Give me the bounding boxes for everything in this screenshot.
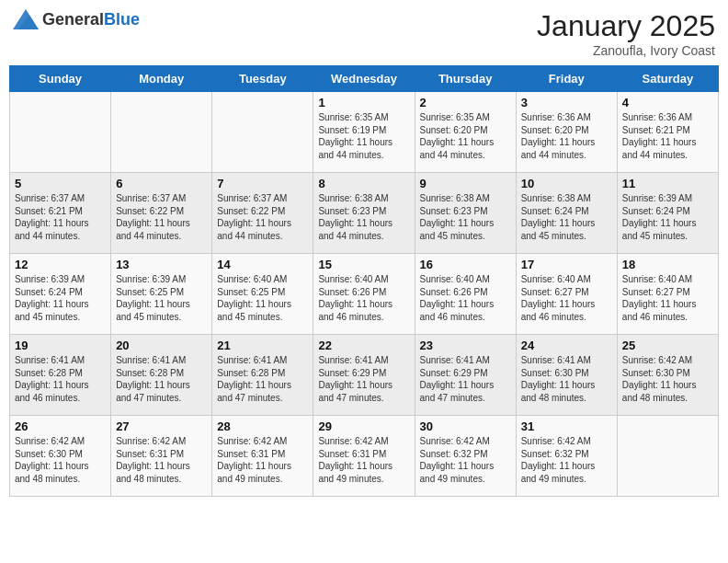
calendar-cell [212, 92, 313, 173]
day-number: 14 [217, 258, 308, 271]
day-number: 2 [420, 96, 511, 109]
calendar-cell: 22Sunrise: 6:41 AM Sunset: 6:29 PM Dayli… [313, 335, 415, 416]
title-area: January 2025 Zanoufla, Ivory Coast [537, 9, 715, 58]
calendar-cell: 5Sunrise: 6:37 AM Sunset: 6:21 PM Daylig… [10, 173, 111, 254]
day-info: Sunrise: 6:42 AM Sunset: 6:31 PM Dayligh… [318, 435, 409, 485]
day-number: 13 [116, 258, 207, 271]
day-info: Sunrise: 6:36 AM Sunset: 6:20 PM Dayligh… [521, 111, 612, 161]
day-number: 5 [15, 177, 106, 190]
calendar-cell: 15Sunrise: 6:40 AM Sunset: 6:26 PM Dayli… [313, 254, 415, 335]
calendar-cell: 10Sunrise: 6:38 AM Sunset: 6:24 PM Dayli… [516, 173, 617, 254]
day-info: Sunrise: 6:36 AM Sunset: 6:21 PM Dayligh… [622, 111, 713, 161]
day-number: 19 [15, 339, 106, 352]
calendar-cell: 26Sunrise: 6:42 AM Sunset: 6:30 PM Dayli… [10, 416, 111, 497]
day-info: Sunrise: 6:37 AM Sunset: 6:22 PM Dayligh… [217, 192, 308, 242]
day-number: 10 [521, 177, 612, 190]
calendar-cell: 31Sunrise: 6:42 AM Sunset: 6:32 PM Dayli… [516, 416, 617, 497]
day-info: Sunrise: 6:38 AM Sunset: 6:23 PM Dayligh… [318, 192, 409, 242]
calendar-cell: 3Sunrise: 6:36 AM Sunset: 6:20 PM Daylig… [516, 92, 617, 173]
day-number: 28 [217, 419, 308, 433]
page-header: GeneralBlue January 2025 Zanoufla, Ivory… [9, 9, 719, 58]
calendar-cell: 30Sunrise: 6:42 AM Sunset: 6:32 PM Dayli… [415, 416, 516, 497]
day-number: 7 [217, 177, 308, 190]
logo-blue: Blue [104, 10, 140, 29]
day-info: Sunrise: 6:42 AM Sunset: 6:31 PM Dayligh… [116, 435, 207, 485]
day-number: 6 [116, 177, 207, 190]
day-info: Sunrise: 6:35 AM Sunset: 6:20 PM Dayligh… [420, 111, 511, 161]
day-info: Sunrise: 6:39 AM Sunset: 6:24 PM Dayligh… [15, 273, 106, 323]
day-header-thursday: Thursday [415, 66, 516, 92]
day-number: 30 [420, 419, 511, 433]
day-info: Sunrise: 6:42 AM Sunset: 6:31 PM Dayligh… [217, 435, 308, 485]
calendar-cell: 8Sunrise: 6:38 AM Sunset: 6:23 PM Daylig… [313, 173, 415, 254]
day-info: Sunrise: 6:42 AM Sunset: 6:32 PM Dayligh… [521, 435, 612, 485]
calendar-cell [111, 92, 212, 173]
day-info: Sunrise: 6:37 AM Sunset: 6:22 PM Dayligh… [116, 192, 207, 242]
day-number: 22 [318, 339, 409, 352]
logo-text: GeneralBlue [42, 10, 140, 29]
day-info: Sunrise: 6:42 AM Sunset: 6:30 PM Dayligh… [622, 354, 713, 404]
day-info: Sunrise: 6:40 AM Sunset: 6:26 PM Dayligh… [420, 273, 511, 323]
day-info: Sunrise: 6:41 AM Sunset: 6:30 PM Dayligh… [521, 354, 612, 404]
day-info: Sunrise: 6:40 AM Sunset: 6:27 PM Dayligh… [622, 273, 713, 323]
month-title: January 2025 [537, 9, 715, 43]
day-number: 9 [420, 177, 511, 190]
calendar-cell: 13Sunrise: 6:39 AM Sunset: 6:25 PM Dayli… [111, 254, 212, 335]
calendar-week-row: 12Sunrise: 6:39 AM Sunset: 6:24 PM Dayli… [10, 254, 719, 335]
day-number: 8 [318, 177, 409, 190]
calendar-cell [10, 92, 111, 173]
calendar-cell: 7Sunrise: 6:37 AM Sunset: 6:22 PM Daylig… [212, 173, 313, 254]
calendar-cell: 21Sunrise: 6:41 AM Sunset: 6:28 PM Dayli… [212, 335, 313, 416]
day-info: Sunrise: 6:40 AM Sunset: 6:27 PM Dayligh… [521, 273, 612, 323]
day-header-tuesday: Tuesday [212, 66, 313, 92]
calendar-cell: 17Sunrise: 6:40 AM Sunset: 6:27 PM Dayli… [516, 254, 617, 335]
day-header-friday: Friday [516, 66, 617, 92]
calendar-cell: 27Sunrise: 6:42 AM Sunset: 6:31 PM Dayli… [111, 416, 212, 497]
calendar-cell: 18Sunrise: 6:40 AM Sunset: 6:27 PM Dayli… [617, 254, 718, 335]
day-info: Sunrise: 6:42 AM Sunset: 6:32 PM Dayligh… [420, 435, 511, 485]
calendar-cell [617, 416, 718, 497]
day-number: 21 [217, 339, 308, 352]
day-number: 11 [622, 177, 713, 190]
calendar-cell: 23Sunrise: 6:41 AM Sunset: 6:29 PM Dayli… [415, 335, 516, 416]
day-number: 16 [420, 258, 511, 271]
day-number: 23 [420, 339, 511, 352]
day-info: Sunrise: 6:38 AM Sunset: 6:23 PM Dayligh… [420, 192, 511, 242]
calendar-week-row: 1Sunrise: 6:35 AM Sunset: 6:19 PM Daylig… [10, 92, 719, 173]
day-info: Sunrise: 6:39 AM Sunset: 6:25 PM Dayligh… [116, 273, 207, 323]
day-info: Sunrise: 6:35 AM Sunset: 6:19 PM Dayligh… [318, 111, 409, 161]
calendar-week-row: 26Sunrise: 6:42 AM Sunset: 6:30 PM Dayli… [10, 416, 719, 497]
day-number: 24 [521, 339, 612, 352]
day-header-sunday: Sunday [10, 66, 111, 92]
day-number: 3 [521, 96, 612, 109]
day-info: Sunrise: 6:41 AM Sunset: 6:28 PM Dayligh… [116, 354, 207, 404]
logo-icon [13, 9, 39, 29]
day-info: Sunrise: 6:38 AM Sunset: 6:24 PM Dayligh… [521, 192, 612, 242]
calendar-cell: 11Sunrise: 6:39 AM Sunset: 6:24 PM Dayli… [617, 173, 718, 254]
day-number: 25 [622, 339, 713, 352]
day-info: Sunrise: 6:40 AM Sunset: 6:26 PM Dayligh… [318, 273, 409, 323]
calendar-cell: 2Sunrise: 6:35 AM Sunset: 6:20 PM Daylig… [415, 92, 516, 173]
day-number: 31 [521, 419, 612, 433]
calendar-cell: 14Sunrise: 6:40 AM Sunset: 6:25 PM Dayli… [212, 254, 313, 335]
day-number: 29 [318, 419, 409, 433]
calendar-cell: 1Sunrise: 6:35 AM Sunset: 6:19 PM Daylig… [313, 92, 415, 173]
day-number: 1 [318, 96, 409, 109]
day-number: 4 [622, 96, 713, 109]
calendar-cell: 6Sunrise: 6:37 AM Sunset: 6:22 PM Daylig… [111, 173, 212, 254]
day-header-monday: Monday [111, 66, 212, 92]
day-info: Sunrise: 6:39 AM Sunset: 6:24 PM Dayligh… [622, 192, 713, 242]
day-number: 12 [15, 258, 106, 271]
day-number: 27 [116, 419, 207, 433]
day-header-wednesday: Wednesday [313, 66, 415, 92]
calendar-cell: 28Sunrise: 6:42 AM Sunset: 6:31 PM Dayli… [212, 416, 313, 497]
day-info: Sunrise: 6:41 AM Sunset: 6:28 PM Dayligh… [217, 354, 308, 404]
day-number: 20 [116, 339, 207, 352]
day-info: Sunrise: 6:40 AM Sunset: 6:25 PM Dayligh… [217, 273, 308, 323]
calendar-week-row: 5Sunrise: 6:37 AM Sunset: 6:21 PM Daylig… [10, 173, 719, 254]
calendar-table: SundayMondayTuesdayWednesdayThursdayFrid… [9, 65, 719, 497]
day-info: Sunrise: 6:41 AM Sunset: 6:29 PM Dayligh… [420, 354, 511, 404]
calendar-cell: 25Sunrise: 6:42 AM Sunset: 6:30 PM Dayli… [617, 335, 718, 416]
calendar-header-row: SundayMondayTuesdayWednesdayThursdayFrid… [10, 66, 719, 92]
calendar-cell: 29Sunrise: 6:42 AM Sunset: 6:31 PM Dayli… [313, 416, 415, 497]
